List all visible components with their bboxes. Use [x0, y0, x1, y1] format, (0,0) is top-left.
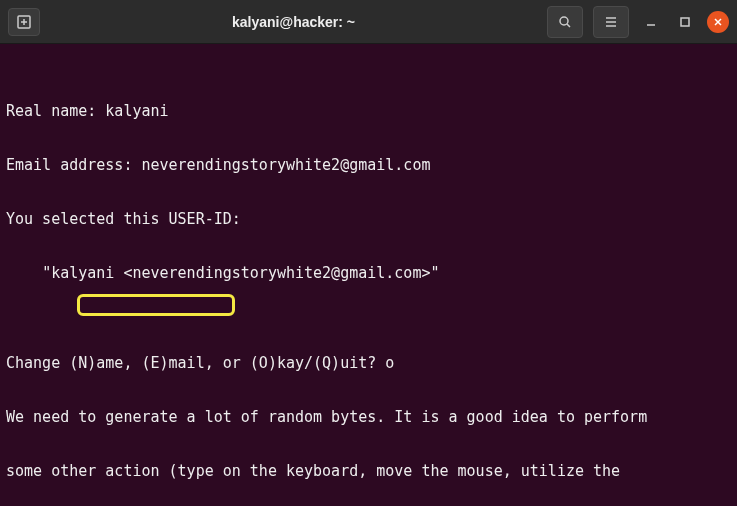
- maximize-icon: [679, 16, 691, 28]
- search-icon: [558, 15, 572, 29]
- titlebar-left: [8, 8, 40, 36]
- titlebar: kalyani@hacker: ~: [0, 0, 737, 44]
- new-tab-icon: [17, 15, 31, 29]
- terminal-line: "kalyani <neverendingstorywhite2@gmail.c…: [6, 264, 731, 282]
- terminal-line: Change (N)ame, (E)mail, or (O)kay/(Q)uit…: [6, 354, 731, 372]
- terminal-output[interactable]: Real name: kalyani Email address: nevere…: [0, 44, 737, 506]
- minimize-icon: [645, 16, 657, 28]
- terminal-line: You selected this USER-ID:: [6, 210, 731, 228]
- terminal-line: Email address: neverendingstorywhite2@gm…: [6, 156, 731, 174]
- close-icon: [713, 17, 723, 27]
- titlebar-right: [547, 6, 729, 38]
- svg-point-3: [560, 17, 568, 25]
- maximize-button[interactable]: [673, 10, 697, 34]
- key-highlight-box: [77, 294, 235, 316]
- terminal-line: some other action (type on the keyboard,…: [6, 462, 731, 480]
- minimize-button[interactable]: [639, 10, 663, 34]
- terminal-line: Real name: kalyani: [6, 102, 731, 120]
- svg-rect-9: [681, 18, 689, 26]
- hamburger-icon: [604, 15, 618, 29]
- svg-line-4: [567, 24, 570, 27]
- new-tab-button[interactable]: [8, 8, 40, 36]
- search-button[interactable]: [547, 6, 583, 38]
- terminal-line: We need to generate a lot of random byte…: [6, 408, 731, 426]
- close-button[interactable]: [707, 11, 729, 33]
- menu-button[interactable]: [593, 6, 629, 38]
- window-title: kalyani@hacker: ~: [40, 14, 547, 30]
